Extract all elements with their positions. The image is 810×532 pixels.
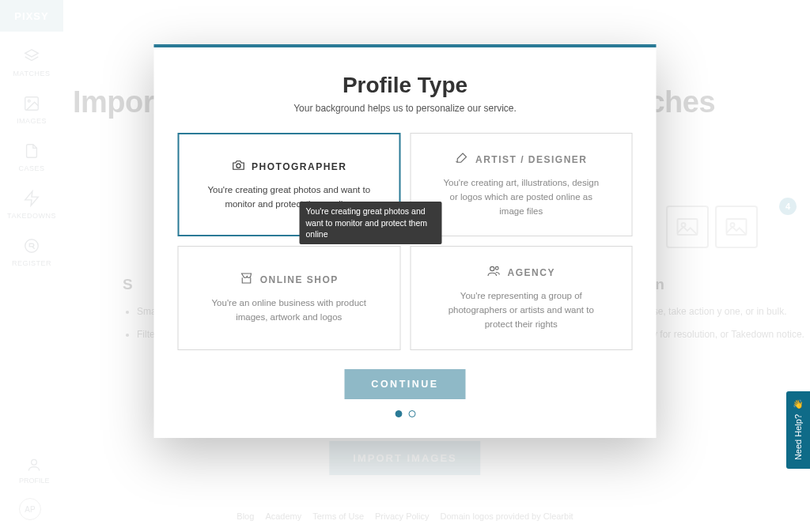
svg-point-13 — [490, 267, 494, 271]
svg-point-14 — [495, 267, 498, 270]
option-online-shop[interactable]: ONLINE SHOP You're an online business wi… — [178, 246, 401, 349]
option-title: AGENCY — [508, 267, 555, 278]
option-title: ONLINE SHOP — [260, 274, 339, 285]
step-dot-1 — [395, 410, 402, 417]
option-title: ARTIST / DESIGNER — [475, 154, 588, 165]
continue-button[interactable]: CONTINUE — [344, 369, 465, 399]
help-tab[interactable]: 👋 Need Help? — [786, 391, 810, 469]
option-desc: You're representing a group of photograp… — [438, 289, 604, 331]
step-dot-2 — [408, 410, 415, 417]
modal-title: Profile Type — [178, 73, 633, 98]
wave-icon: 👋 — [793, 399, 804, 409]
brush-icon — [455, 151, 469, 168]
users-icon — [487, 264, 502, 281]
option-title: PHOTOGRAPHER — [252, 161, 346, 172]
store-icon — [240, 271, 254, 289]
modal-subtitle: Your background helps us to personalize … — [178, 103, 633, 114]
option-desc: You're creating art, illustrations, desi… — [438, 176, 604, 218]
profile-type-modal: Profile Type Your background helps us to… — [154, 44, 657, 438]
option-agency[interactable]: AGENCY You're representing a group of ph… — [410, 246, 633, 349]
option-desc: You're an online business with product i… — [206, 296, 372, 325]
help-tab-label: Need Help? — [793, 414, 803, 460]
svg-point-12 — [236, 164, 240, 168]
step-indicator — [178, 410, 633, 417]
camera-icon — [231, 158, 245, 175]
option-tooltip: You're creating great photos and want to… — [300, 202, 442, 244]
option-artist-designer[interactable]: ARTIST / DESIGNER You're creating art, i… — [410, 133, 633, 236]
